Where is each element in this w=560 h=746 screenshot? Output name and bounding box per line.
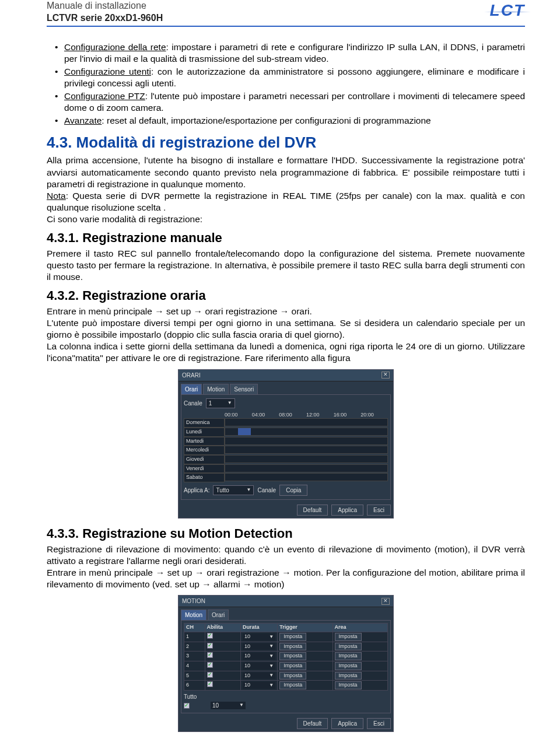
cell-abilita — [205, 681, 240, 691]
imposta-button[interactable]: Imposta — [335, 662, 362, 670]
canale-dropdown[interactable]: 1 ▼ — [206, 398, 235, 408]
day-label: Mercoledi — [184, 446, 225, 455]
tutto-row: Tutto 10 ▼ — [184, 691, 388, 710]
imposta-button[interactable]: Imposta — [335, 672, 362, 680]
chevron-down-icon: ▼ — [269, 643, 274, 649]
bullet-list: Configurazione della rete: impostare i p… — [47, 41, 525, 127]
note-label: Nota — [47, 191, 66, 201]
motion-inner: CH Abilita Durata Trigger Area 110▼Impos… — [181, 620, 391, 713]
schedule-row: Sabato — [184, 473, 388, 482]
imposta-button[interactable]: Imposta — [335, 643, 362, 651]
tutto-durata-dropdown[interactable]: 10 ▼ — [211, 702, 246, 709]
heading-4-3-1: 4.3.1. Registrazione manuale — [47, 230, 525, 247]
imposta-button[interactable]: Imposta — [279, 681, 306, 689]
tutto-dropdown[interactable]: Tutto ▼ — [213, 485, 254, 495]
time-tick: 20:00 — [360, 412, 388, 419]
abilita-checkbox[interactable] — [207, 672, 213, 678]
table-row: 310▼ImpostaImposta — [184, 652, 388, 661]
tab-orari[interactable]: Orari — [208, 610, 229, 620]
schedule-bar[interactable] — [225, 464, 388, 472]
motion-window: MOTION ✕ Motion Orari CH Abilita Durata — [178, 595, 394, 732]
applica-button[interactable]: Applica — [331, 718, 363, 729]
tab-orari[interactable]: Orari — [181, 384, 202, 394]
schedule-row: Giovedi — [184, 455, 388, 464]
orari-window: ORARI ✕ Orari Motion Sensori Canale 1 ▼ — [178, 369, 394, 519]
bullet-label: Configurazione della rete — [64, 42, 166, 52]
durata-dropdown[interactable]: 10▼ — [243, 663, 275, 670]
durata-dropdown[interactable]: 10▼ — [243, 682, 275, 689]
esci-button[interactable]: Esci — [367, 718, 391, 729]
cell-area: Imposta — [332, 652, 387, 661]
imposta-button[interactable]: Imposta — [335, 681, 362, 689]
bullet-item: Configurazione della rete: impostare i p… — [64, 41, 525, 65]
cell-durata: 10▼ — [241, 681, 278, 691]
imposta-button[interactable]: Imposta — [279, 662, 306, 670]
canale-label2: Canale — [257, 486, 276, 494]
orari-titlebar: ORARI ✕ — [178, 370, 393, 381]
doc-header: Manuale di installazione LCTVR serie 20x… — [47, 0, 525, 27]
durata-dropdown[interactable]: 10▼ — [243, 643, 275, 650]
col-abilita: Abilita — [205, 624, 240, 632]
schedule-row: Domenica — [184, 418, 388, 428]
abilita-checkbox[interactable] — [207, 643, 213, 649]
durata-dropdown[interactable]: 10▼ — [243, 673, 275, 680]
table-row: 210▼ImpostaImposta — [184, 642, 388, 652]
schedule-bar[interactable] — [225, 428, 388, 436]
cell-ch: 5 — [184, 671, 205, 681]
cell-abilita — [205, 671, 240, 681]
cell-durata: 10▼ — [241, 652, 278, 661]
imposta-button[interactable]: Imposta — [279, 633, 306, 641]
abilita-checkbox[interactable] — [207, 652, 213, 658]
motion-titlebar: MOTION ✕ — [178, 596, 393, 607]
tab-motion[interactable]: Motion — [181, 610, 206, 620]
schedule-bar[interactable] — [225, 455, 388, 463]
chevron-down-icon: ▼ — [269, 682, 274, 688]
time-header: 00:00 04:00 08:00 12:00 16:00 20:00 — [184, 412, 388, 419]
col-area: Area — [332, 624, 387, 632]
cell-trigger: Imposta — [278, 671, 332, 681]
close-icon[interactable]: ✕ — [382, 598, 390, 605]
abilita-checkbox[interactable] — [207, 681, 213, 687]
tab-sensori[interactable]: Sensori — [230, 384, 258, 394]
table-row: 510▼ImpostaImposta — [184, 671, 388, 681]
schedule-bar[interactable] — [225, 418, 388, 426]
paragraph: Premere il tasto REC sul pannello fronta… — [47, 248, 525, 283]
abilita-checkbox[interactable] — [207, 633, 213, 639]
imposta-button[interactable]: Imposta — [335, 652, 362, 660]
apply-line: Applica A: Tutto ▼ Canale Copia — [184, 482, 388, 497]
tutto-checkbox[interactable] — [184, 703, 190, 709]
schedule-bar[interactable] — [225, 473, 388, 481]
cell-area: Imposta — [332, 671, 387, 681]
chevron-down-icon: ▼ — [269, 673, 274, 678]
schedule-bar[interactable] — [225, 446, 388, 454]
col-durata: Durata — [241, 624, 278, 632]
abilita-checkbox[interactable] — [207, 662, 213, 668]
orari-tabs: Orari Motion Sensori — [178, 381, 393, 394]
header-text: Manuale di installazione LCTVR serie 20x… — [47, 0, 163, 24]
default-button[interactable]: Default — [297, 718, 328, 729]
paragraph: Ci sono varie modalità di registrazione: — [47, 213, 525, 225]
main-content: Configurazione della rete: impostare i p… — [47, 41, 525, 732]
logo: LCT — [490, 0, 525, 21]
close-icon[interactable]: ✕ — [382, 372, 390, 379]
schedule-bar[interactable] — [225, 437, 388, 445]
header-line2: LCTVR serie 20xxD1-960H — [47, 12, 163, 24]
orari-title: ORARI — [182, 372, 201, 379]
applica-button[interactable]: Applica — [331, 505, 363, 516]
cell-ch: 2 — [184, 642, 205, 652]
imposta-button[interactable]: Imposta — [335, 633, 362, 641]
durata-dropdown[interactable]: 10▼ — [243, 633, 275, 640]
cell-abilita — [205, 652, 240, 661]
imposta-button[interactable]: Imposta — [279, 672, 306, 680]
default-button[interactable]: Default — [297, 505, 328, 516]
imposta-button[interactable]: Imposta — [279, 652, 306, 660]
cell-abilita — [205, 632, 240, 642]
imposta-button[interactable]: Imposta — [279, 643, 306, 651]
col-ch: CH — [184, 624, 205, 632]
motion-title: MOTION — [182, 597, 205, 605]
esci-button[interactable]: Esci — [367, 505, 391, 516]
durata-dropdown[interactable]: 10▼ — [243, 653, 275, 660]
tab-motion[interactable]: Motion — [203, 384, 229, 394]
copia-button[interactable]: Copia — [279, 485, 307, 496]
cell-ch: 3 — [184, 652, 205, 661]
